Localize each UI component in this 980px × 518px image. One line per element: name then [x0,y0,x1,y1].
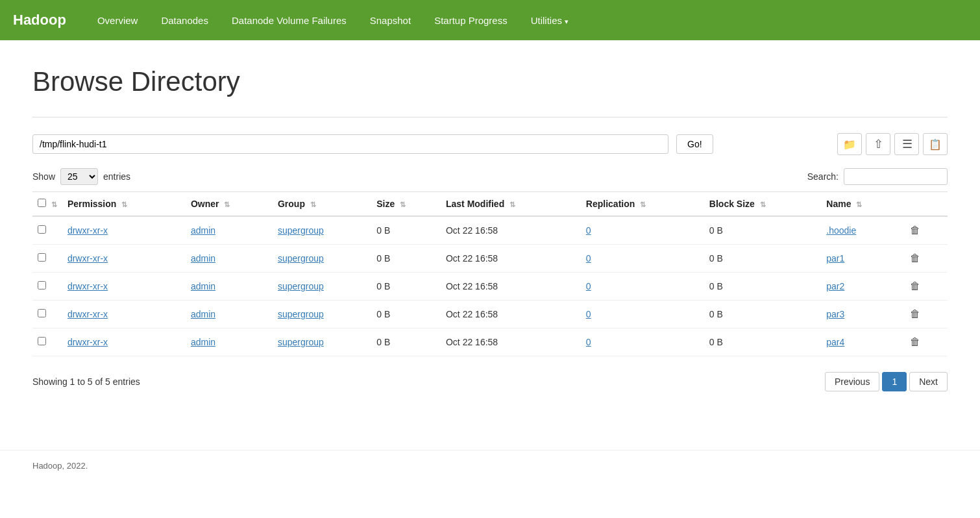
cell-permission: drwxr-xr-x [62,328,186,356]
next-button[interactable]: Next [909,372,948,391]
owner-link-1[interactable]: admin [191,253,215,264]
table-row: drwxr-xr-x admin supergroup 0 B Oct 22 1… [32,328,948,356]
cell-delete: 🗑 [902,328,948,356]
row-checkbox-1[interactable] [38,253,46,262]
owner-link-4[interactable]: admin [191,337,215,347]
name-link-2[interactable]: par2 [826,281,844,291]
sort-icon-block-size: ⇅ [760,201,766,208]
cell-group: supergroup [273,216,371,245]
permission-link-4[interactable]: drwxr-xr-x [67,337,108,347]
nav-links: Overview Datanodes Datanode Volume Failu… [86,2,580,39]
row-checkbox-cell [32,328,62,356]
path-bar: Go! 📁 ⇧ ☰ 📋 [32,133,948,155]
owner-link-3[interactable]: admin [191,309,215,319]
replication-link-3[interactable]: 0 [586,309,591,319]
col-actions [902,192,948,217]
delete-button-1[interactable]: 🗑 [907,251,923,265]
cell-name: par4 [821,328,902,356]
navbar-brand[interactable]: Hadoop [13,12,66,29]
cell-delete: 🗑 [902,216,948,245]
cell-replication: 0 [581,273,704,301]
select-all-checkbox[interactable] [38,199,46,207]
entries-select[interactable]: 10 25 50 100 [60,168,98,185]
delete-button-3[interactable]: 🗑 [907,307,923,321]
col-size[interactable]: Size ⇅ [371,192,441,217]
cell-last-modified: Oct 22 16:58 [441,301,581,328]
clipboard-icon-button[interactable]: 📋 [923,133,948,155]
cell-size: 0 B [371,273,441,301]
search-input[interactable] [844,168,948,185]
nav-startup-progress[interactable]: Startup Progress [423,2,519,39]
permission-link-0[interactable]: drwxr-xr-x [67,225,108,236]
page-title: Browse Directory [32,66,948,97]
select-all-header: ⇅ [32,192,62,217]
permission-link-2[interactable]: drwxr-xr-x [67,281,108,291]
sort-icon-select: ⇅ [51,201,57,208]
page-1-button[interactable]: 1 [882,372,907,391]
row-checkbox-4[interactable] [38,337,46,345]
name-link-4[interactable]: par4 [826,337,844,347]
previous-button[interactable]: Previous [825,372,879,391]
cell-name: .hoodie [821,216,902,245]
folder-icon-button[interactable]: 📁 [837,133,862,155]
row-checkbox-2[interactable] [38,281,46,290]
delete-button-2[interactable]: 🗑 [907,279,923,293]
group-link-3[interactable]: supergroup [278,309,324,319]
owner-link-2[interactable]: admin [191,281,215,291]
col-group[interactable]: Group ⇅ [273,192,371,217]
cell-delete: 🗑 [902,301,948,328]
cell-name: par3 [821,301,902,328]
name-link-0[interactable]: .hoodie [826,225,856,236]
path-input[interactable] [32,134,668,154]
cell-replication: 0 [581,301,704,328]
permission-link-3[interactable]: drwxr-xr-x [67,309,108,319]
name-link-1[interactable]: par1 [826,253,844,264]
list-icon-button[interactable]: ☰ [894,133,919,155]
nav-datanode-volume-failures[interactable]: Datanode Volume Failures [220,2,358,39]
row-checkbox-3[interactable] [38,309,46,317]
col-block-size[interactable]: Block Size ⇅ [704,192,821,217]
cell-last-modified: Oct 22 16:58 [441,273,581,301]
name-link-3[interactable]: par3 [826,309,844,319]
upload-icon-button[interactable]: ⇧ [866,133,890,155]
nav-utilities[interactable]: Utilities ▾ [519,2,581,39]
navbar: Hadoop Overview Datanodes Datanode Volum… [0,0,980,40]
group-link-1[interactable]: supergroup [278,253,324,264]
delete-button-4[interactable]: 🗑 [907,335,923,349]
col-permission[interactable]: Permission ⇅ [62,192,186,217]
row-checkbox-cell [32,245,62,273]
sort-icon-group: ⇅ [310,201,316,208]
replication-link-1[interactable]: 0 [586,253,591,264]
show-label: Show [32,171,55,182]
delete-button-0[interactable]: 🗑 [907,223,923,238]
group-link-2[interactable]: supergroup [278,281,324,291]
col-name[interactable]: Name ⇅ [821,192,902,217]
col-owner[interactable]: Owner ⇅ [186,192,273,217]
cell-last-modified: Oct 22 16:58 [441,328,581,356]
nav-overview[interactable]: Overview [86,2,150,39]
replication-link-2[interactable]: 0 [586,281,591,291]
row-checkbox-0[interactable] [38,225,46,234]
go-button[interactable]: Go! [676,134,713,154]
cell-block-size: 0 B [704,216,821,245]
owner-link-0[interactable]: admin [191,225,215,236]
cell-permission: drwxr-xr-x [62,273,186,301]
cell-owner: admin [186,216,273,245]
group-link-4[interactable]: supergroup [278,337,324,347]
cell-size: 0 B [371,328,441,356]
cell-group: supergroup [273,273,371,301]
replication-link-4[interactable]: 0 [586,337,591,347]
permission-link-1[interactable]: drwxr-xr-x [67,253,108,264]
cell-owner: admin [186,273,273,301]
cell-owner: admin [186,245,273,273]
cell-replication: 0 [581,216,704,245]
replication-link-0[interactable]: 0 [586,225,591,236]
col-replication[interactable]: Replication ⇅ [581,192,704,217]
cell-block-size: 0 B [704,245,821,273]
nav-snapshot[interactable]: Snapshot [358,2,423,39]
nav-datanodes[interactable]: Datanodes [149,2,220,39]
cell-delete: 🗑 [902,273,948,301]
group-link-0[interactable]: supergroup [278,225,324,236]
sort-icon-last-modified: ⇅ [509,201,515,208]
col-last-modified[interactable]: Last Modified ⇅ [441,192,581,217]
